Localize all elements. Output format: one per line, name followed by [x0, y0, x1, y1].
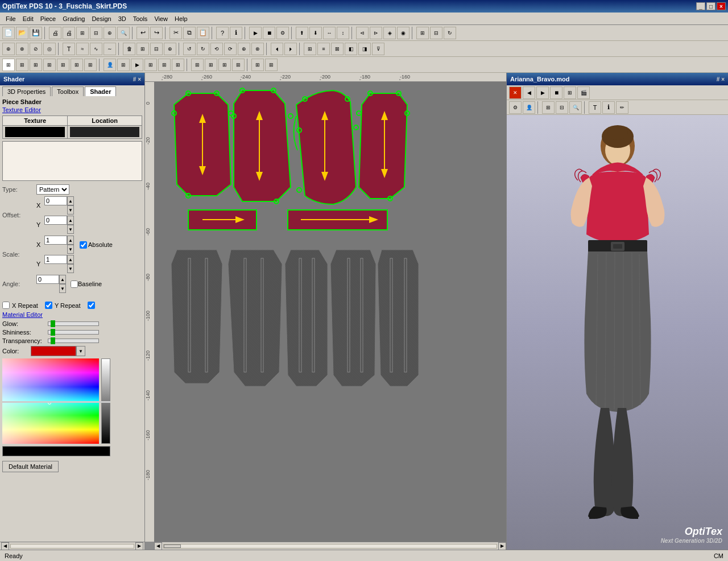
model-view[interactable]: OptiTex Next Generation 3D/2D: [507, 115, 728, 550]
skirt-3[interactable]: [285, 250, 328, 386]
menu-view[interactable]: View: [151, 14, 171, 23]
piece-2[interactable]: [234, 90, 291, 201]
tb3-b2[interactable]: ⊞: [117, 59, 130, 71]
color-dropdown[interactable]: ▼: [76, 346, 85, 356]
tb3-b6[interactable]: ⊞: [172, 59, 184, 71]
menu-3d[interactable]: 3D: [115, 14, 130, 23]
shader-scroll-left[interactable]: ◀: [1, 542, 9, 550]
tb2-f2[interactable]: ≡: [317, 43, 330, 55]
model-pin[interactable]: # ×: [717, 76, 725, 82]
model-tb-b3[interactable]: ⊞: [542, 101, 555, 114]
tb-open[interactable]: 📂: [16, 27, 28, 39]
tb-b1[interactable]: ⊞: [76, 27, 89, 39]
tb2-d5[interactable]: ⊕: [238, 43, 250, 55]
menu-edit[interactable]: Edit: [19, 14, 37, 23]
tb2-d3[interactable]: ⟲: [210, 43, 223, 55]
tb2-f6[interactable]: ⊽: [372, 43, 384, 55]
tb-c3[interactable]: ⚙: [276, 27, 289, 39]
offset-y-input[interactable]: [44, 216, 67, 225]
scale-y-up[interactable]: ▲: [67, 255, 74, 264]
tb-new[interactable]: 📄: [2, 27, 15, 39]
tb3-a3[interactable]: ⊞: [30, 59, 42, 71]
scale-x-up[interactable]: ▲: [67, 236, 74, 245]
tb-c1[interactable]: ▶: [249, 27, 262, 39]
tb-redo[interactable]: ↪: [150, 27, 163, 39]
menu-file[interactable]: File: [2, 14, 19, 23]
menu-design[interactable]: Design: [88, 14, 114, 23]
tb3-c2[interactable]: ⊞: [205, 59, 217, 71]
scale-y-input[interactable]: [44, 255, 67, 264]
tb3-c4[interactable]: ⊞: [232, 59, 245, 71]
tb3-b3[interactable]: ▶: [131, 59, 143, 71]
texture-editor-link[interactable]: Texture Editor: [2, 106, 142, 113]
transparency-track[interactable]: [48, 339, 99, 343]
tb-f2[interactable]: ⊟: [430, 27, 442, 39]
tb-b2[interactable]: ⊟: [90, 27, 102, 39]
hscroll-right[interactable]: ▶: [498, 542, 506, 550]
offset-y-up[interactable]: ▲: [67, 216, 74, 225]
tb-info[interactable]: ℹ: [230, 27, 242, 39]
tb-help[interactable]: ?: [216, 27, 229, 39]
tb-b4[interactable]: 🔍: [117, 27, 130, 39]
model-tb-b5[interactable]: 🔍: [569, 101, 582, 114]
x-repeat-checkbox[interactable]: [2, 302, 10, 309]
tb3-a1[interactable]: ⊞: [2, 59, 15, 71]
tb-f3[interactable]: ↻: [444, 27, 456, 39]
tab-shader[interactable]: Shader: [85, 86, 116, 96]
tb-c2[interactable]: ⏹: [263, 27, 275, 39]
model-tb-a3[interactable]: 🎬: [577, 86, 590, 99]
tb2-f5[interactable]: ◨: [358, 43, 371, 55]
skirt-4[interactable]: [330, 250, 376, 386]
model-tb-b2[interactable]: 👤: [523, 101, 535, 114]
skirt-5[interactable]: [378, 250, 419, 386]
tb3-b5[interactable]: ⊞: [158, 59, 171, 71]
canvas-area[interactable]: -280 -260 -240 -220 -200 -180 -160: [145, 73, 506, 550]
tb3-a2[interactable]: ⊞: [16, 59, 28, 71]
glow-track[interactable]: [48, 321, 99, 326]
tb3-c3[interactable]: ⊞: [218, 59, 231, 71]
transparency-thumb[interactable]: [51, 337, 55, 344]
hscroll-track[interactable]: [163, 544, 497, 548]
tb2-e2[interactable]: ⏵: [284, 43, 297, 55]
piece-4[interactable]: [359, 93, 407, 199]
tb3-b4[interactable]: ⊞: [144, 59, 157, 71]
tb2-d1[interactable]: ↺: [183, 43, 196, 55]
tb2-c1[interactable]: 🗑: [123, 43, 135, 55]
tab-toolbox[interactable]: Toolbox: [52, 86, 84, 96]
tb2-b4[interactable]: ∼: [104, 43, 116, 55]
tb3-a4[interactable]: ⊞: [43, 59, 56, 71]
scale-y-down[interactable]: ▼: [67, 264, 74, 273]
angle-input[interactable]: [36, 275, 59, 284]
menu-grading[interactable]: Grading: [59, 14, 88, 23]
tb-f1[interactable]: ⊞: [416, 27, 429, 39]
tb2-a3[interactable]: ⊘: [30, 43, 42, 55]
tb2-d4[interactable]: ⟳: [224, 43, 237, 55]
tb2-f3[interactable]: ⊠: [331, 43, 344, 55]
tb-cut[interactable]: ✂: [169, 27, 182, 39]
model-tb-a2[interactable]: ⊞: [564, 86, 576, 99]
tb3-d2[interactable]: ⊞: [265, 59, 278, 71]
shininess-track[interactable]: [48, 330, 99, 335]
skirt-2[interactable]: [228, 250, 282, 386]
tb-e2[interactable]: ⊳: [370, 27, 382, 39]
color-box[interactable]: [31, 346, 76, 356]
menu-tools[interactable]: Tools: [130, 14, 151, 23]
tb2-a4[interactable]: ◎: [43, 43, 56, 55]
shader-scroll-track[interactable]: [10, 544, 134, 548]
tb2-a2[interactable]: ⊗: [16, 43, 28, 55]
tb3-a6[interactable]: ⊞: [71, 59, 83, 71]
tb2-f1[interactable]: ⊞: [304, 43, 316, 55]
absolute-checkbox[interactable]: [80, 241, 87, 249]
tab-3d-properties[interactable]: 3D Properties: [2, 86, 51, 96]
tb-e4[interactable]: ◉: [397, 27, 410, 39]
repeat-extra-checkbox[interactable]: [88, 302, 95, 309]
tb2-c2[interactable]: ⊞: [136, 43, 149, 55]
hscroll-thumb[interactable]: [164, 544, 181, 548]
angle-down[interactable]: ▼: [59, 284, 66, 293]
minimize-button[interactable]: _: [696, 2, 705, 10]
tb-d1[interactable]: ⬆: [296, 27, 308, 39]
shader-scroll-right[interactable]: ▶: [135, 542, 143, 550]
tb3-b1[interactable]: 👤: [104, 59, 116, 71]
tb-d3[interactable]: ↔: [323, 27, 336, 39]
type-select[interactable]: Pattern: [36, 184, 69, 195]
